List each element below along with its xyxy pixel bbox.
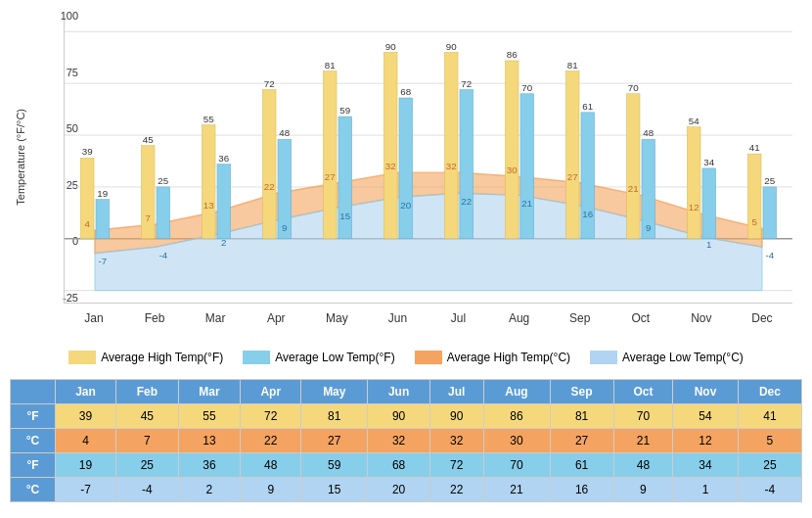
table-header-apr: Apr <box>241 380 301 404</box>
svg-text:70: 70 <box>521 82 532 93</box>
table-header-mar: Mar <box>178 380 241 404</box>
svg-text:55: 55 <box>203 114 214 124</box>
svg-text:90: 90 <box>385 41 396 52</box>
table-cell-high-c-jan: 4 <box>55 429 115 453</box>
svg-text:4: 4 <box>84 218 90 229</box>
x-label-may: May <box>306 304 367 343</box>
table-cell-low-f-oct: 48 <box>613 453 673 478</box>
table-cell-high-f-jan: 39 <box>55 404 115 429</box>
legend: Average High Temp(°F) Average Low Temp(°… <box>10 343 802 374</box>
svg-text:36: 36 <box>218 153 229 164</box>
svg-text:48: 48 <box>643 127 654 138</box>
svg-text:9: 9 <box>646 223 651 234</box>
svg-text:22: 22 <box>461 196 472 207</box>
table-cell-low-c-feb: -4 <box>116 478 179 502</box>
table-cell-high-c-dec: 5 <box>738 429 801 453</box>
x-label-aug: Aug <box>489 304 550 343</box>
table-row-high-c: °C471322273232302721125 <box>11 429 802 453</box>
x-label-sep: Sep <box>550 304 610 343</box>
table-cell-low-f-aug: 70 <box>483 453 550 478</box>
x-label-jul: Jul <box>428 304 488 343</box>
legend-high-f: Average High Temp(°F) <box>68 351 223 364</box>
table-cell-high-f-apr: 72 <box>241 404 301 429</box>
table-cell-high-f-feb: 45 <box>116 404 179 429</box>
table-cell-low-c-mar: 2 <box>178 478 241 502</box>
svg-rect-38 <box>399 98 413 239</box>
data-table-container: JanFebMarAprMayJunJulAugSepOctNovDec°F39… <box>10 379 802 502</box>
y-axis-title: Temperature (°F/°C) <box>12 10 29 304</box>
svg-text:45: 45 <box>143 134 154 145</box>
legend-low-c: Average Low Temp(°C) <box>590 351 744 364</box>
table-cell-low-c-jun: 20 <box>368 478 430 502</box>
table-cell-high-f-dec: 41 <box>738 404 801 429</box>
svg-rect-12 <box>141 146 155 239</box>
svg-text:-4: -4 <box>765 250 774 260</box>
table-cell-low-f-nov: 34 <box>673 453 739 478</box>
table-cell-low-c-sep: 16 <box>550 478 613 502</box>
legend-label-high-c: Average High Temp(°C) <box>447 351 570 364</box>
table-header-aug: Aug <box>483 380 550 404</box>
svg-text:19: 19 <box>97 188 108 199</box>
svg-rect-48 <box>505 61 519 239</box>
svg-text:13: 13 <box>203 200 214 211</box>
legend-label-high-f: Average High Temp(°F) <box>101 351 223 364</box>
table-row-high-f: °F394555728190908681705441 <box>11 404 802 429</box>
table-header-may: May <box>301 380 368 404</box>
table-cell-high-c-oct: 21 <box>613 429 673 453</box>
svg-rect-66 <box>687 127 700 239</box>
table-cell-low-c-nov: 1 <box>673 478 739 502</box>
svg-text:34: 34 <box>703 157 714 167</box>
svg-rect-68 <box>702 168 716 239</box>
svg-rect-50 <box>520 94 534 239</box>
svg-rect-56 <box>581 113 595 239</box>
svg-text:81: 81 <box>567 60 578 71</box>
svg-text:41: 41 <box>749 142 760 153</box>
table-cell-low-f-sep: 61 <box>550 453 613 478</box>
svg-text:27: 27 <box>567 171 578 182</box>
table-cell-high-f-jun: 90 <box>368 404 430 429</box>
table-cell-high-f-may: 81 <box>301 404 368 429</box>
table-cell-high-f-mar: 55 <box>178 404 241 429</box>
table-header-nov: Nov <box>673 380 739 404</box>
table-cell-low-c-oct: 9 <box>613 478 673 502</box>
svg-text:1: 1 <box>706 239 711 250</box>
table-cell-high-c-jun: 32 <box>368 429 430 453</box>
svg-text:21: 21 <box>628 183 639 194</box>
legend-box-low-c <box>590 351 617 364</box>
table-row-low-c: °C-7-429152022211691-4 <box>11 478 802 502</box>
table-cell-high-c-nov: 12 <box>673 429 739 453</box>
x-label-apr: Apr <box>246 304 306 343</box>
chart-area: Temperature (°F/°C) 100 75 50 25 0 -25 3… <box>10 10 802 343</box>
x-label-oct: Oct <box>610 304 671 343</box>
row-label-high-f: °F <box>11 404 56 429</box>
svg-text:25: 25 <box>764 175 775 186</box>
svg-text:21: 21 <box>521 198 532 209</box>
legend-box-high-c <box>415 351 442 364</box>
svg-text:2: 2 <box>221 237 226 248</box>
svg-rect-8 <box>96 200 110 239</box>
svg-text:7: 7 <box>145 212 150 223</box>
svg-text:61: 61 <box>582 101 593 112</box>
x-label-jan: Jan <box>64 304 124 343</box>
svg-text:81: 81 <box>325 60 336 71</box>
table-cell-low-c-jul: 22 <box>429 478 483 502</box>
svg-text:12: 12 <box>689 202 699 212</box>
row-label-low-f: °F <box>11 453 56 478</box>
table-cell-high-f-aug: 86 <box>483 404 550 429</box>
table-cell-low-f-apr: 48 <box>241 453 301 478</box>
table-cell-high-c-feb: 7 <box>116 429 179 453</box>
svg-text:72: 72 <box>264 78 275 89</box>
svg-text:32: 32 <box>446 161 457 171</box>
svg-rect-20 <box>217 165 231 239</box>
table-cell-high-c-aug: 30 <box>483 429 550 453</box>
svg-text:20: 20 <box>400 200 411 211</box>
svg-rect-18 <box>202 124 215 238</box>
table-cell-low-f-feb: 25 <box>116 453 179 478</box>
row-label-low-c: °C <box>11 478 56 502</box>
x-label-feb: Feb <box>124 304 185 343</box>
table-header-jan: Jan <box>55 380 115 404</box>
svg-text:22: 22 <box>264 181 275 192</box>
svg-text:-7: -7 <box>98 256 107 266</box>
svg-rect-60 <box>626 94 640 239</box>
svg-rect-74 <box>763 187 777 239</box>
